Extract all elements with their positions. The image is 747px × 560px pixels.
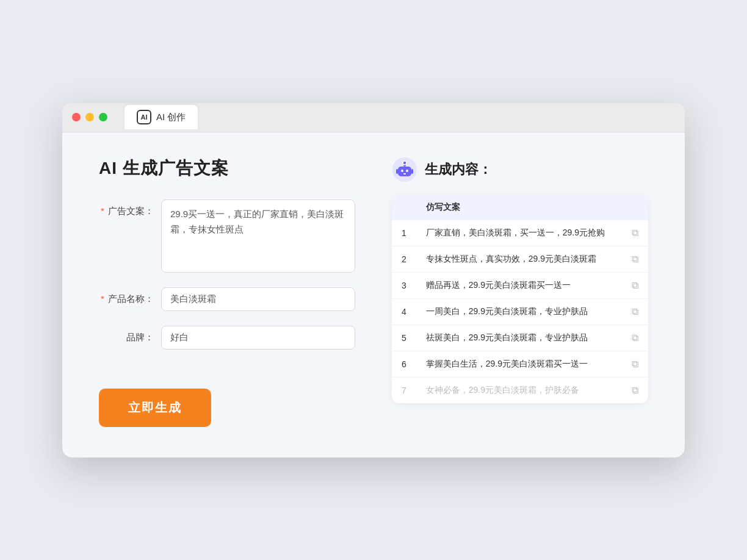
label-ad-copy: * 广告文案： (99, 199, 154, 217)
result-number: 7 (392, 377, 416, 403)
svg-rect-7 (396, 169, 398, 174)
required-star-ad-copy: * (101, 206, 104, 216)
result-text: 厂家直销，美白淡斑霜，买一送一，29.9元抢购 (416, 220, 622, 246)
product-name-input[interactable] (161, 287, 355, 311)
result-number: 6 (392, 351, 416, 377)
table-row: 5祛斑美白，29.9元美白淡斑霜，专业护肤品⧉ (392, 325, 648, 351)
col-copy (622, 195, 648, 220)
table-row: 1厂家直销，美白淡斑霜，买一送一，29.9元抢购⧉ (392, 220, 648, 246)
result-text: 一周美白，29.9元美白淡斑霜，专业护肤品 (416, 298, 622, 325)
generate-button[interactable]: 立即生成 (99, 389, 211, 427)
svg-rect-8 (411, 169, 413, 174)
copy-button[interactable]: ⧉ (622, 377, 648, 403)
copy-button[interactable]: ⧉ (622, 325, 648, 351)
maximize-button[interactable] (99, 113, 107, 121)
brand-input[interactable] (161, 326, 355, 350)
table-row: 3赠品再送，29.9元美白淡斑霜买一送一⧉ (392, 272, 648, 298)
svg-rect-4 (403, 173, 406, 174)
traffic-lights (72, 113, 107, 121)
svg-rect-1 (398, 167, 411, 176)
result-number: 4 (392, 298, 416, 325)
result-number: 5 (392, 325, 416, 351)
copy-button[interactable]: ⧉ (622, 351, 648, 377)
result-text: 专抹女性斑点，真实功效，29.9元美白淡斑霜 (416, 246, 622, 272)
form-group-brand: 品牌： (99, 326, 355, 350)
tab-label: AI 创作 (156, 112, 186, 123)
form-group-ad-copy: * 广告文案： (99, 199, 355, 273)
result-text: 女神必备，29.9元美白淡斑霜，护肤必备 (416, 377, 622, 403)
ai-tab-icon: AI (137, 110, 151, 124)
browser-window: AI AI 创作 AI 生成广告文案 * 广告文案： * 产品名称： (62, 103, 685, 458)
table-row: 2专抹女性斑点，真实功效，29.9元美白淡斑霜⧉ (392, 246, 648, 272)
label-product-name: * 产品名称： (99, 287, 154, 305)
table-header-row: 仿写文案 (392, 195, 648, 220)
copy-button[interactable]: ⧉ (622, 272, 648, 298)
ad-copy-input[interactable] (161, 199, 355, 273)
tab-ai[interactable]: AI AI 创作 (125, 105, 198, 129)
table-row: 4一周美白，29.9元美白淡斑霜，专业护肤品⧉ (392, 298, 648, 325)
close-button[interactable] (72, 113, 81, 121)
copy-icon[interactable]: ⧉ (632, 385, 638, 395)
label-brand: 品牌： (99, 326, 154, 343)
copy-button[interactable]: ⧉ (622, 246, 648, 272)
required-star-product: * (101, 293, 104, 304)
right-panel: 生成内容： 仿写文案 1厂家直销，美白淡斑霜，买一送一，29.9元抢购⧉2专抹女… (392, 157, 648, 427)
copy-icon[interactable]: ⧉ (632, 306, 638, 317)
result-text: 掌握美白生活，29.9元美白淡斑霜买一送一 (416, 351, 622, 377)
copy-button[interactable]: ⧉ (622, 220, 648, 246)
result-number: 2 (392, 246, 416, 272)
copy-icon[interactable]: ⧉ (632, 332, 638, 343)
form-group-product-name: * 产品名称： (99, 287, 355, 311)
col-num (392, 195, 416, 220)
robot-icon (392, 157, 417, 182)
content-area: AI 生成广告文案 * 广告文案： * 产品名称： 品牌 (62, 132, 685, 458)
left-panel: AI 生成广告文案 * 广告文案： * 产品名称： 品牌 (99, 157, 355, 427)
result-number: 3 (392, 272, 416, 298)
svg-rect-3 (406, 170, 408, 172)
svg-point-6 (403, 161, 406, 165)
copy-icon[interactable]: ⧉ (632, 254, 638, 264)
copy-icon[interactable]: ⧉ (632, 228, 638, 238)
page-title: AI 生成广告文案 (99, 157, 355, 180)
table-row: 6掌握美白生活，29.9元美白淡斑霜买一送一⧉ (392, 351, 648, 377)
table-row: 7女神必备，29.9元美白淡斑霜，护肤必备⧉ (392, 377, 648, 403)
result-text: 赠品再送，29.9元美白淡斑霜买一送一 (416, 272, 622, 298)
titlebar: AI AI 创作 (62, 103, 685, 132)
results-table: 仿写文案 1厂家直销，美白淡斑霜，买一送一，29.9元抢购⧉2专抹女性斑点，真实… (392, 195, 648, 403)
copy-icon[interactable]: ⧉ (632, 359, 638, 369)
result-number: 1 (392, 220, 416, 246)
col-text: 仿写文案 (416, 195, 622, 220)
minimize-button[interactable] (85, 113, 94, 121)
copy-icon[interactable]: ⧉ (632, 280, 638, 290)
result-text: 祛斑美白，29.9元美白淡斑霜，专业护肤品 (416, 325, 622, 351)
svg-rect-2 (401, 170, 403, 172)
right-header: 生成内容： (392, 157, 648, 182)
right-panel-title: 生成内容： (425, 160, 492, 179)
copy-button[interactable]: ⧉ (622, 298, 648, 325)
